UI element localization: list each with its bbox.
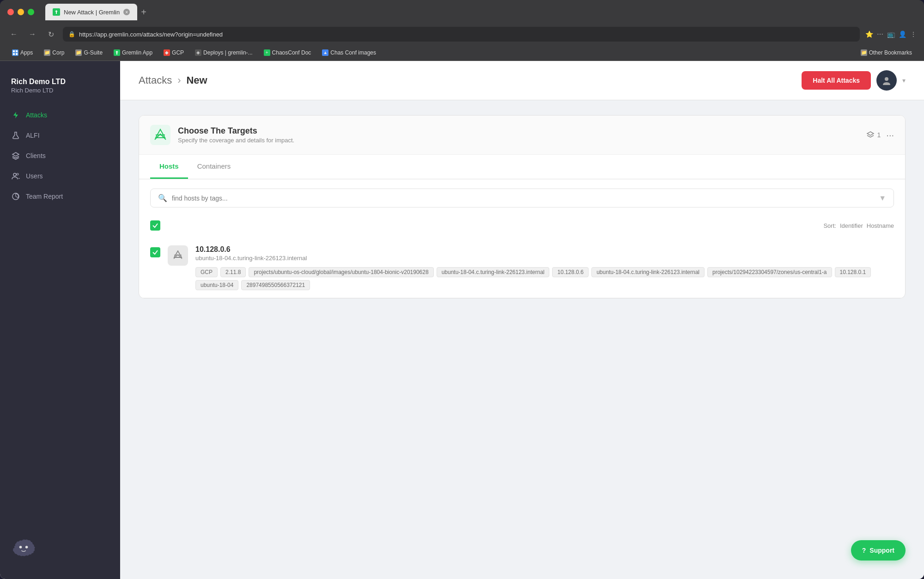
profile-icon[interactable]: 👤 [899,30,906,38]
host-search-input[interactable] [172,195,874,202]
tag-gateway-ip[interactable]: 10.128.0.1 [835,267,871,277]
bookmark-apps[interactable]: Apps [7,48,37,58]
tab-hosts[interactable]: Hosts [150,155,188,179]
page-content: Attacks › New Halt All Attacks ▾ [120,61,924,579]
cast-icon[interactable]: 📺 [887,30,895,38]
reload-button[interactable]: ↻ [44,28,57,41]
tag-internal-host[interactable]: ubuntu-18-04.c.turing-link-226123.intern… [437,267,550,277]
targets-card: Choose The Targets Specify the coverage … [139,115,906,299]
close-button[interactable] [7,9,14,15]
content-area: Choose The Targets Specify the coverage … [120,100,924,313]
tag-instance-id[interactable]: 2897498550566372121 [241,280,310,290]
tag-zone-path[interactable]: projects/10294223304597/zones/us-central… [707,267,832,277]
card-header-left: Choose The Targets Specify the coverage … [150,125,294,145]
chart-icon [11,192,20,201]
chaosconf-bookmark-icon: + [264,49,270,56]
app-layout: Rich Demo LTD Rich Demo LTD Attacks ALFI [0,61,924,579]
tag-os[interactable]: ubuntu-18-04 [195,280,238,290]
sidebar-item-attacks[interactable]: Attacks [0,105,120,125]
gsuite-label: G-Suite [84,49,103,56]
layer-count: 1 [877,131,881,139]
tab-bar: New Attack | Gremlin × + [45,4,917,20]
back-button[interactable]: ← [7,28,20,41]
tag-internal-host-2[interactable]: ubuntu-18-04.c.turing-link-226123.intern… [591,267,705,277]
host-list-header: Sort: Identifier Hostname [139,217,905,238]
header-actions: Halt All Attacks ▾ [802,70,906,91]
filter-icon[interactable]: ▼ [879,194,886,202]
tab-hosts-label: Hosts [159,162,179,170]
svg-point-5 [17,173,18,175]
lock-icon: 🔒 [68,31,75,37]
active-tab[interactable]: New Attack | Gremlin × [45,4,137,20]
sidebar-item-clients[interactable]: Clients [0,146,120,166]
bookmark-gsuite[interactable]: 📁 G-Suite [71,48,107,58]
bookmark-chaosconf[interactable]: + ChaosConf Doc [259,48,316,58]
host-info: 10.128.0.6 ubuntu-18-04.c.turing-link-22… [195,245,894,290]
bookmark-gcp[interactable]: ◆ GCP [159,48,188,58]
sidebar-item-users[interactable]: Users [0,166,120,186]
address-bar[interactable]: 🔒 https://app.gremlin.com/attacks/new?or… [63,27,860,42]
tab-close-button[interactable]: × [123,9,130,15]
other-label: Other Bookmarks [869,49,912,56]
tab-title: New Attack | Gremlin [64,9,120,16]
team-report-label: Team Report [26,193,63,200]
bookmark-deploys[interactable]: ◈ Deploys | gremlin-... [190,48,257,58]
host-checkbox[interactable] [150,247,160,257]
chaosconf-label: ChaosConf Doc [272,49,311,56]
other-bookmark-icon: 📁 [861,49,867,56]
bookmark-chasconf-img[interactable]: ▲ Chas Conf images [317,48,381,58]
chevron-down-icon[interactable]: ▾ [902,77,906,84]
host-fqdn: ubuntu-18-04.c.turing-link-226123.intern… [195,255,894,262]
tab-favicon [53,8,60,16]
tag-ip[interactable]: 10.128.0.6 [552,267,589,277]
maximize-button[interactable] [28,9,34,15]
support-label: Support [869,547,894,554]
sort-hostname[interactable]: Hostname [867,222,894,229]
user-avatar[interactable] [876,70,897,91]
host-tags: GCP 2.11.8 projects/ubuntu-os-cloud/glob… [195,267,894,290]
tab-containers[interactable]: Containers [188,155,240,179]
minimize-button[interactable] [18,9,24,15]
address-bar-row: ← → ↻ 🔒 https://app.gremlin.com/attacks/… [0,24,924,44]
card-title: Choose The Targets [178,126,294,136]
url-text: https://app.gremlin.com/attacks/new?orig… [79,31,223,38]
browser-window: New Attack | Gremlin × + ← → ↻ 🔒 https:/… [0,0,924,579]
sidebar-item-team-report[interactable]: Team Report [0,186,120,207]
breadcrumb-current: New [186,74,207,86]
new-tab-button[interactable]: + [141,7,146,18]
card-header: Choose The Targets Specify the coverage … [139,116,905,155]
users-icon [11,171,20,181]
search-area: 🔍 ▼ [139,179,905,217]
bookmark-other[interactable]: 📁 Other Bookmarks [856,48,917,58]
bookmark-icon[interactable]: ⭐ [865,30,873,38]
halt-all-attacks-button[interactable]: Halt All Attacks [802,71,871,90]
sidebar-item-alfi[interactable]: ALFI [0,125,120,146]
bookmarks-bar: Apps 📁 Corp 📁 G-Suite Gremlin App ◆ GCP … [0,44,924,61]
traffic-lights [7,9,34,15]
bookmark-gremlin[interactable]: Gremlin App [109,48,157,58]
sort-controls: Sort: Identifier Hostname [823,222,894,229]
gcp-label: GCP [172,49,184,56]
address-actions: ⭐ ⋯ 📺 👤 ⋮ [865,30,917,38]
bookmark-corp[interactable]: 📁 Corp [39,48,69,58]
page-header: Attacks › New Halt All Attacks ▾ [120,61,924,100]
menu-icon[interactable]: ⋯ [877,30,883,38]
breadcrumb: Attacks › New [139,74,207,86]
sort-identifier[interactable]: Identifier [840,222,863,229]
search-input-wrap: 🔍 ▼ [150,189,894,207]
sort-label: Sort: [823,222,836,229]
more-options-button[interactable]: ··· [886,130,894,140]
select-all-checkbox[interactable] [150,220,160,231]
deploys-label: Deploys | gremlin-... [203,49,252,56]
settings-icon[interactable]: ⋮ [910,30,917,38]
tag-gcp[interactable]: GCP [195,267,218,277]
support-button[interactable]: ? Support [851,540,906,561]
deploys-bookmark-icon: ◈ [195,49,201,56]
sidebar: Rich Demo LTD Rich Demo LTD Attacks ALFI [0,61,120,579]
tag-version[interactable]: 2.11.8 [220,267,246,277]
host-icon [168,245,188,266]
org-subtitle: Rich Demo LTD [11,87,109,94]
forward-button[interactable]: → [26,28,39,41]
tag-image-path[interactable]: projects/ubuntu-os-cloud/global/images/u… [249,267,433,277]
breadcrumb-attacks-link[interactable]: Attacks [139,74,172,86]
